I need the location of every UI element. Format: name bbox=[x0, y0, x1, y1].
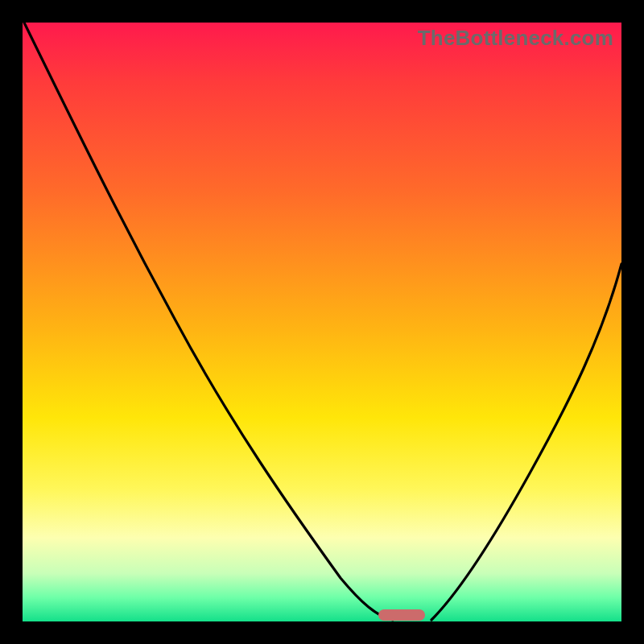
chart-frame: TheBottleneck.com bbox=[0, 0, 644, 644]
bottleneck-curve bbox=[23, 23, 621, 621]
curve-left-branch bbox=[24, 23, 393, 620]
chart-plot-area: TheBottleneck.com bbox=[23, 23, 621, 621]
curve-right-branch bbox=[431, 264, 621, 620]
optimal-marker bbox=[378, 609, 425, 621]
